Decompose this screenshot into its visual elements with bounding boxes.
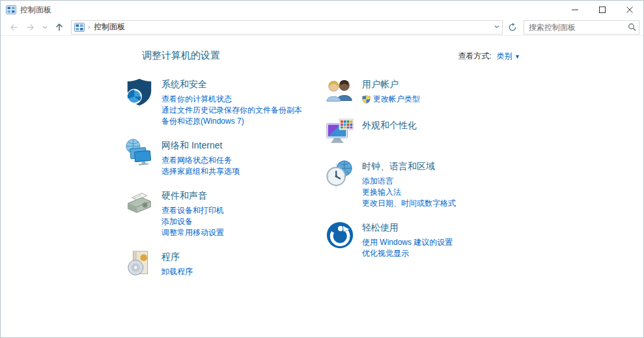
category-link[interactable]: 查看设备和打印机	[161, 205, 224, 216]
category-section: 外观和个性化	[325, 118, 598, 148]
category-title-link[interactable]: 时钟、语言和区域	[362, 161, 435, 173]
recent-locations-chevron-icon[interactable]	[40, 20, 50, 35]
view-by-control: 查看方式:类别 ▼	[458, 51, 520, 62]
network-internet-icon	[124, 138, 154, 168]
category-links: 卸载程序	[161, 266, 193, 277]
category-title-link[interactable]: 用户帐户	[362, 79, 399, 91]
control-panel-icon	[6, 5, 16, 15]
breadcrumb-separator-icon: ›	[88, 23, 90, 31]
category-title-link[interactable]: 硬件和声音	[161, 190, 207, 202]
up-button[interactable]	[51, 20, 67, 35]
category-title-link[interactable]: 程序	[161, 251, 180, 263]
category-body: 用户帐户更改帐户类型	[362, 77, 420, 107]
category-body: 网络和 Internet查看网络状态和任务选择家庭组和共享选项	[161, 138, 240, 177]
category-body: 系统和安全查看你的计算机状态通过文件历史记录保存你的文件备份副本备份和还原(Wi…	[161, 77, 302, 127]
search-input[interactable]	[529, 23, 628, 32]
category-title-link[interactable]: 网络和 Internet	[161, 140, 222, 152]
search-box	[524, 20, 639, 35]
content-area: 调整计算机的设置 查看方式:类别 ▼ 系统和安全查看你的计算机状态通过文件历史记…	[1, 36, 643, 290]
category-link-label: 更换输入法	[362, 187, 401, 197]
view-by-caret-icon: ▼	[514, 53, 520, 60]
category-title-link[interactable]: 外观和个性化	[362, 120, 417, 132]
clock-language-region-icon	[325, 159, 355, 189]
category-columns: 系统和安全查看你的计算机状态通过文件历史记录保存你的文件备份副本备份和还原(Wi…	[1, 77, 643, 290]
page-title: 调整计算机的设置	[142, 49, 220, 62]
right-column: 用户帐户更改帐户类型外观和个性化时钟、语言和区域添加语言更换输入法更改日期、时间…	[325, 77, 598, 290]
view-by-label: 查看方式:	[458, 51, 491, 61]
address-dropdown-chevron-icon[interactable]	[493, 21, 501, 33]
control-panel-icon	[74, 22, 85, 33]
category-link[interactable]: 卸载程序	[161, 266, 193, 277]
category-section: 用户帐户更改帐户类型	[325, 77, 598, 107]
navigation-toolbar: › 控制面板	[1, 19, 643, 36]
category-link-label: 添加设备	[161, 216, 193, 227]
content-header: 调整计算机的设置 查看方式:类别 ▼	[1, 49, 643, 62]
close-button[interactable]	[616, 1, 643, 19]
category-link[interactable]: 添加设备	[161, 216, 224, 227]
control-panel-window: 控制面板 ›	[0, 0, 644, 338]
breadcrumb[interactable]: 控制面板	[94, 21, 125, 33]
category-body: 外观和个性化	[362, 118, 417, 148]
titlebar: 控制面板	[1, 1, 643, 19]
minimize-button[interactable]	[561, 1, 589, 19]
category-link-label: 更改日期、时间或数字格式	[362, 198, 456, 208]
category-link[interactable]: 备份和还原(Windows 7)	[161, 116, 302, 126]
uac-shield-icon	[362, 95, 371, 104]
security-shield-icon	[124, 77, 154, 107]
hardware-sound-icon	[124, 188, 154, 218]
category-link[interactable]: 选择家庭组和共享选项	[161, 166, 240, 176]
category-title-link[interactable]: 系统和安全	[161, 79, 207, 91]
category-link[interactable]: 更改帐户类型	[362, 94, 420, 104]
category-title-link[interactable]: 轻松使用	[362, 222, 399, 234]
programs-icon	[124, 249, 154, 279]
category-links: 添加语言更换输入法更改日期、时间或数字格式	[362, 176, 456, 208]
search-icon[interactable]	[628, 23, 636, 31]
category-section: 轻松使用使用 Windows 建议的设置优化视觉显示	[325, 220, 598, 259]
category-links: 查看设备和打印机添加设备调整常用移动设置	[161, 205, 224, 238]
appearance-personalization-icon	[325, 118, 355, 148]
ease-of-access-icon	[325, 220, 355, 250]
category-links: 查看你的计算机状态通过文件历史记录保存你的文件备份副本备份和还原(Windows…	[161, 94, 302, 126]
category-section: 时钟、语言和区域添加语言更换输入法更改日期、时间或数字格式	[325, 159, 598, 209]
category-link[interactable]: 使用 Windows 建议的设置	[362, 237, 453, 247]
maximize-button[interactable]	[589, 1, 616, 19]
category-body: 轻松使用使用 Windows 建议的设置优化视觉显示	[362, 220, 453, 259]
category-links: 使用 Windows 建议的设置优化视觉显示	[362, 237, 453, 259]
category-link-label: 查看网络状态和任务	[161, 155, 232, 165]
category-link[interactable]: 调整常用移动设置	[161, 227, 224, 238]
window-controls	[561, 1, 643, 19]
category-link-label: 添加语言	[362, 176, 393, 186]
category-body: 程序卸载程序	[161, 249, 193, 279]
category-body: 硬件和声音查看设备和打印机添加设备调整常用移动设置	[161, 188, 224, 238]
left-column: 系统和安全查看你的计算机状态通过文件历史记录保存你的文件备份副本备份和还原(Wi…	[124, 77, 325, 290]
category-section: 硬件和声音查看设备和打印机添加设备调整常用移动设置	[124, 188, 325, 238]
category-link-label: 卸载程序	[161, 266, 193, 277]
category-link-label: 选择家庭组和共享选项	[161, 166, 240, 176]
refresh-button[interactable]	[505, 20, 520, 35]
category-link[interactable]: 添加语言	[362, 176, 456, 186]
address-bar[interactable]: › 控制面板	[71, 20, 503, 35]
category-link-label: 备份和还原(Windows 7)	[161, 116, 244, 126]
forward-button[interactable]	[23, 20, 38, 35]
category-link[interactable]: 通过文件历史记录保存你的文件备份副本	[161, 105, 302, 115]
category-link-label: 通过文件历史记录保存你的文件备份副本	[161, 105, 302, 115]
category-link-label: 更改帐户类型	[373, 94, 420, 104]
back-button[interactable]	[6, 20, 21, 35]
category-links: 更改帐户类型	[362, 94, 420, 104]
category-section: 程序卸载程序	[124, 249, 325, 279]
category-link-label: 使用 Windows 建议的设置	[362, 237, 453, 247]
category-link-label: 查看你的计算机状态	[161, 94, 232, 104]
user-accounts-icon	[325, 77, 355, 107]
category-link[interactable]: 查看你的计算机状态	[161, 94, 302, 104]
category-link-label: 查看设备和打印机	[161, 205, 224, 216]
window-title: 控制面板	[20, 5, 51, 16]
category-link[interactable]: 更换输入法	[362, 187, 456, 197]
category-link[interactable]: 查看网络状态和任务	[161, 155, 240, 165]
category-link[interactable]: 更改日期、时间或数字格式	[362, 198, 456, 208]
category-section: 网络和 Internet查看网络状态和任务选择家庭组和共享选项	[124, 138, 325, 177]
category-link[interactable]: 优化视觉显示	[362, 248, 453, 259]
category-body: 时钟、语言和区域添加语言更换输入法更改日期、时间或数字格式	[362, 159, 456, 209]
category-link-label: 优化视觉显示	[362, 248, 409, 259]
view-by-dropdown[interactable]: 类别 ▼	[497, 51, 520, 61]
category-links: 查看网络状态和任务选择家庭组和共享选项	[161, 155, 240, 176]
